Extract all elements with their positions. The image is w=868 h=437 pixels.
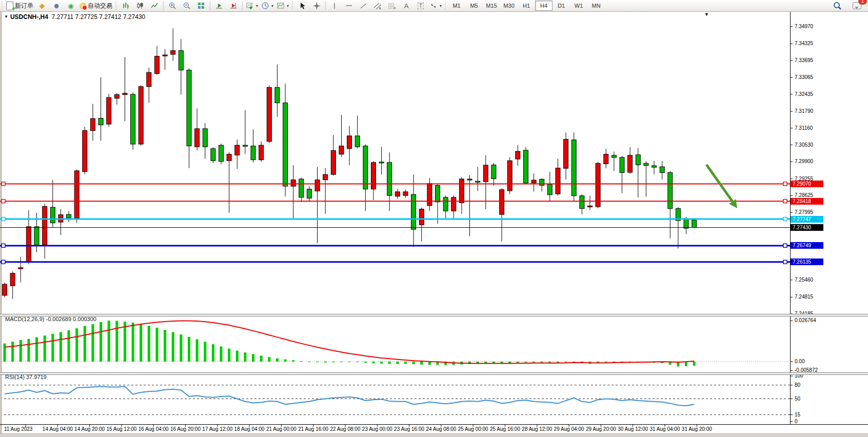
chart-shift-marker-icon[interactable]: ▼ — [704, 12, 709, 17]
bar-chart-button[interactable] — [119, 0, 133, 11]
pane-splitter-rsi[interactable] — [0, 372, 868, 375]
chart-shift-button[interactable] — [226, 0, 241, 11]
new-order-button[interactable]: 新订单 — [5, 0, 35, 11]
candle-body — [371, 163, 376, 189]
line-handle[interactable] — [783, 182, 787, 186]
toolbar-grip[interactable] — [291, 2, 294, 10]
styler-button[interactable]: ◆ — [35, 0, 49, 11]
text-tool[interactable]: A — [399, 0, 413, 11]
candle-body — [483, 165, 488, 182]
timeframe-button-m5[interactable]: M5 — [465, 1, 483, 11]
candle-body — [74, 171, 79, 218]
candle-body — [123, 93, 127, 95]
candle-body — [355, 136, 360, 147]
zoom-in-button[interactable] — [165, 0, 180, 11]
vertical-line-tool[interactable] — [327, 0, 342, 11]
line-handle[interactable] — [783, 217, 787, 221]
macd-bar — [51, 334, 54, 362]
macd-bar — [532, 362, 535, 363]
line-handle[interactable] — [783, 200, 787, 203]
macd-bar — [324, 362, 327, 363]
candle-body — [18, 268, 23, 269]
zoom-out-button[interactable] — [180, 0, 194, 11]
fibonacci-tool[interactable]: F — [385, 0, 399, 11]
timeframe-button-h1[interactable]: H1 — [518, 1, 535, 11]
line-chart-button[interactable] — [147, 0, 162, 11]
macd-bar — [115, 321, 118, 362]
candlestick-chart-button[interactable] — [133, 0, 147, 11]
macd-bar — [236, 351, 239, 362]
candle-body — [507, 161, 512, 191]
line-handle[interactable] — [2, 182, 5, 186]
indicators-button[interactable]: ▾ — [244, 0, 260, 11]
toolbar-grip[interactable] — [1, 2, 4, 10]
timeframe-button-d1[interactable]: D1 — [553, 1, 570, 11]
macd-bar — [356, 362, 359, 362]
tile-windows-button[interactable] — [194, 0, 208, 11]
timeframe-button-m30[interactable]: M30 — [500, 1, 518, 11]
time-axis-label: 24 Aug 08:00 — [426, 426, 456, 432]
line-handle[interactable] — [2, 217, 5, 221]
candle-body — [491, 165, 496, 179]
macd-bar — [364, 362, 367, 363]
line-handle[interactable] — [783, 260, 787, 264]
auto-trading-button[interactable]: 自动交易 — [78, 0, 114, 11]
quick-trade-collapse-icon[interactable]: ▼ — [4, 14, 8, 19]
signals-button[interactable]: ◉ — [64, 0, 78, 11]
candle-body — [90, 118, 95, 130]
timeframe-button-mn[interactable]: MN — [587, 1, 605, 11]
trend-arrow[interactable] — [706, 165, 733, 202]
terminal-window: 新订单 ◆ ☻ ◉ 自动交易 — [0, 0, 868, 437]
trendline-tool[interactable] — [356, 0, 370, 11]
periods-button[interactable]: ▾ — [260, 0, 275, 11]
line-chart-icon — [150, 2, 159, 10]
indicators-icon — [246, 2, 254, 10]
candle-body — [131, 94, 135, 144]
timeframe-button-m15[interactable]: M15 — [483, 1, 500, 11]
price-axis-label: 7.27995 — [795, 209, 813, 215]
text-label-tool[interactable]: T — [413, 0, 428, 11]
line-handle[interactable] — [2, 260, 5, 264]
pane-splitter-macd[interactable] — [0, 314, 868, 316]
timeframe-button-w1[interactable]: W1 — [570, 1, 587, 11]
candle-body — [628, 155, 633, 172]
candle-body — [187, 70, 191, 146]
rsi-axis-label: 50 — [795, 396, 800, 402]
line-handle[interactable] — [2, 244, 5, 247]
zoom-out-icon — [183, 2, 191, 10]
candle-body — [636, 155, 640, 165]
auto-scroll-button[interactable] — [212, 0, 226, 11]
equidistant-channel-tool[interactable]: E — [370, 0, 385, 11]
macd-bar — [693, 362, 696, 366]
horizontal-line-tool[interactable] — [342, 0, 356, 11]
bar-chart-icon — [122, 2, 130, 10]
templates-button[interactable]: ▾ — [275, 0, 290, 11]
rsi-axis-label: 80 — [795, 382, 800, 388]
timeframe-button-h4[interactable]: H4 — [535, 1, 553, 11]
macd-bar — [412, 362, 415, 364]
macd-bar — [164, 330, 166, 362]
crosshair-button[interactable] — [309, 0, 324, 11]
candle-body — [476, 181, 480, 182]
candle-body — [139, 87, 143, 144]
notifications-button[interactable]: 1 — [850, 0, 864, 11]
cursor-button[interactable] — [295, 0, 309, 11]
chart-canvas[interactable] — [0, 0, 868, 437]
search-button[interactable] — [830, 0, 844, 11]
candle-body — [692, 220, 697, 228]
time-axis-label: 28 Aug 12:00 — [522, 426, 552, 432]
macd-bar — [4, 344, 6, 362]
timeframe-button-m1[interactable]: M1 — [448, 1, 465, 11]
community-button[interactable]: ☻ — [49, 0, 64, 11]
line-handle[interactable] — [783, 244, 787, 247]
templates-icon — [277, 2, 285, 10]
toolbar-grip[interactable] — [115, 2, 117, 10]
arrows-tool[interactable]: ▾ — [428, 0, 443, 11]
macd-bar — [196, 340, 199, 362]
time-axis-label: 11 Aug 2023 — [4, 426, 32, 432]
price-axis-label: 7.34970 — [795, 24, 813, 29]
text-label-icon: T — [418, 3, 424, 9]
line-handle[interactable] — [2, 200, 5, 203]
vertical-line-icon — [331, 2, 338, 10]
toolbar-grip[interactable] — [444, 2, 447, 10]
